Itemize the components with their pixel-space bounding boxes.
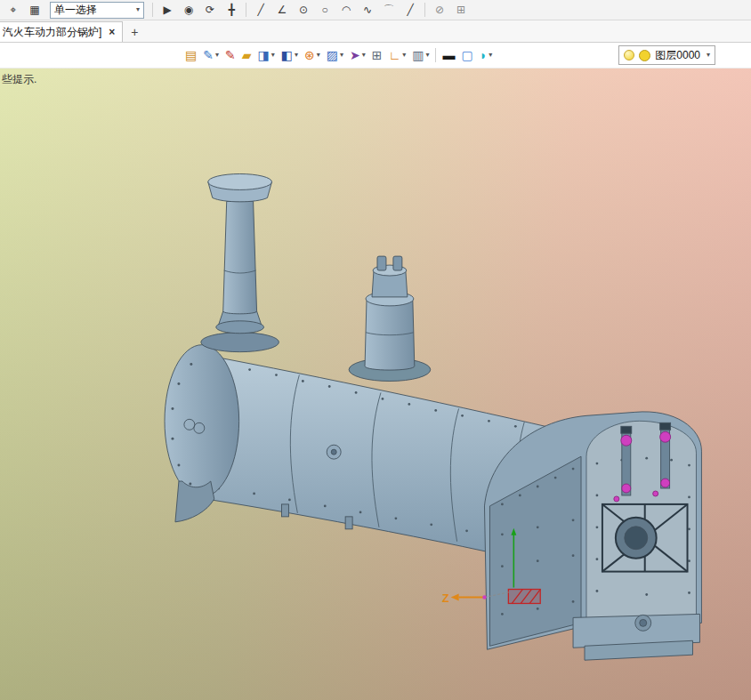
line-icon[interactable]: ╱ <box>251 2 271 18</box>
mirror-icon[interactable]: ⊘ <box>430 2 449 18</box>
line-width-icon-glyph: ▬ <box>442 49 455 61</box>
chevron-down-icon[interactable]: ▾ <box>362 52 366 59</box>
rotate-view-icon[interactable]: ⟳ <box>200 2 220 18</box>
hatch-icon-glyph: ▨ <box>327 49 338 61</box>
surface-icon[interactable]: ◗▾ <box>477 45 495 65</box>
pattern-wheel-icon-glyph: ⊛ <box>304 49 315 61</box>
chevron-down-icon[interactable]: ▾ <box>707 52 710 59</box>
measure-icon-glyph: ∟ <box>388 49 400 61</box>
toolbar-separator <box>435 48 436 62</box>
select-arrow-icon[interactable]: ▶ <box>157 2 177 18</box>
yellow-box-icon[interactable]: ▰ <box>239 45 254 65</box>
steam-dome[interactable] <box>349 256 431 381</box>
lightbulb-icon[interactable] <box>624 50 634 60</box>
window-icon[interactable]: ⊞ <box>369 45 385 65</box>
layer-color-icon <box>639 50 650 61</box>
pin-icon[interactable]: ⌖ <box>4 2 23 18</box>
view-toolbar: ▤ ✎▾ ✎ ▰ ◨▾ ◧▾ ⊛▾ ▨▾ ➤▾ ⊞ ∟▾ ▥▾ ▬ ▢ ◗▾ 图… <box>0 43 751 68</box>
line-width-icon[interactable]: ▬ <box>440 45 457 65</box>
yellow-box-icon-glyph: ▰ <box>242 49 252 61</box>
angle-line-icon[interactable]: ∠ <box>272 2 292 18</box>
display-monitor-icon-glyph: ▥ <box>412 49 424 61</box>
sheet-icon[interactable]: ▤ <box>182 45 199 65</box>
boolean-cube-icon-glyph: ◧ <box>281 49 293 61</box>
sheet-icon-glyph: ▤ <box>185 49 197 61</box>
array-icon[interactable]: ⊞ <box>451 2 471 18</box>
color-box-icon[interactable]: ▢ <box>458 45 475 65</box>
sketch-pencil-icon[interactable]: ✎ <box>222 45 238 65</box>
firebox-door[interactable] <box>508 590 540 604</box>
boolean-cube-icon[interactable]: ◧▾ <box>279 45 301 65</box>
chevron-down-icon[interactable]: ▾ <box>340 52 343 59</box>
arc-icon[interactable]: ◠ <box>336 2 356 18</box>
selection-mode-combo[interactable]: 单一选择 ▾ <box>50 2 144 19</box>
document-tab-label: 汽火车动力部分锅炉] <box>3 25 101 40</box>
spline-icon[interactable]: ∿ <box>358 2 377 18</box>
layer-name-label: 图层0000 <box>655 48 700 63</box>
chevron-down-icon[interactable]: ▾ <box>317 52 320 59</box>
measure-icon[interactable]: ∟▾ <box>385 45 408 65</box>
chevron-down-icon[interactable]: ▾ <box>215 52 219 59</box>
chevron-down-icon[interactable]: ▾ <box>425 52 429 59</box>
chimney-stack[interactable] <box>201 173 279 351</box>
orient-compass-icon-glyph: ➤ <box>350 49 360 61</box>
sketch-pencil-icon-glyph: ✎ <box>225 49 236 61</box>
segment-icon[interactable]: ╱ <box>400 2 420 18</box>
document-tab-bar: 汽火车动力部分锅炉] × + <box>0 20 751 43</box>
grid-icon[interactable]: ▦ <box>25 2 44 18</box>
hatch-icon[interactable]: ▨▾ <box>324 45 346 65</box>
arc-chord-icon[interactable]: ⌒ <box>379 2 399 18</box>
pan-icon[interactable]: ╋ <box>222 2 241 18</box>
toolbar-separator <box>424 3 425 17</box>
chevron-down-icon[interactable]: ▾ <box>271 52 275 59</box>
chevron-down-icon[interactable]: ▾ <box>402 52 406 59</box>
chevron-down-icon[interactable]: ▾ <box>489 52 492 59</box>
cad-application-window: ⌖ ▦ 单一选择 ▾ ▶ ◉ ⟳ ╋ ╱ ∠ ⊙ ○ ◠ ∿ ⌒ ╱ ⊘ ⊞ 汽… <box>0 0 751 700</box>
main-toolbar: ⌖ ▦ 单一选择 ▾ ▶ ◉ ⟳ ╋ ╱ ∠ ⊙ ○ ◠ ∿ ⌒ ╱ ⊘ ⊞ <box>0 0 751 20</box>
model-canvas[interactable]: Z <box>0 68 751 700</box>
orient-compass-icon[interactable]: ➤▾ <box>347 45 368 65</box>
circle-center-icon[interactable]: ⊙ <box>294 2 313 18</box>
toolbar-separator <box>246 3 246 17</box>
pick-circle-icon[interactable]: ◉ <box>179 2 198 18</box>
selection-mode-label: 单一选择 <box>54 3 97 18</box>
toolbar-separator <box>152 3 153 17</box>
window-icon-glyph: ⊞ <box>372 49 383 61</box>
display-monitor-icon[interactable]: ▥▾ <box>409 45 432 65</box>
layer-selector[interactable]: 图层0000 ▾ <box>618 45 715 65</box>
chevron-down-icon[interactable]: ▾ <box>295 52 298 59</box>
solid-cube-icon-glyph: ◨ <box>258 49 270 61</box>
circle-icon[interactable]: ○ <box>315 2 335 18</box>
pattern-wheel-icon[interactable]: ⊛▾ <box>302 45 323 65</box>
render-style-icon-glyph: ✎ <box>203 49 214 61</box>
3d-viewport[interactable]: 些提示. <box>0 68 751 700</box>
render-style-icon[interactable]: ✎▾ <box>200 45 222 65</box>
axis-z-label: Z <box>442 591 449 605</box>
new-tab-button[interactable]: + <box>123 22 146 42</box>
solid-cube-icon[interactable]: ◨▾ <box>255 45 278 65</box>
surface-icon-glyph: ◗ <box>480 49 487 61</box>
color-box-icon-glyph: ▢ <box>461 49 472 61</box>
chevron-down-icon: ▾ <box>136 6 140 13</box>
firebox-cab[interactable] <box>484 412 701 660</box>
document-tab[interactable]: 汽火车动力部分锅炉] × <box>0 21 123 42</box>
close-tab-icon[interactable]: × <box>109 26 115 38</box>
